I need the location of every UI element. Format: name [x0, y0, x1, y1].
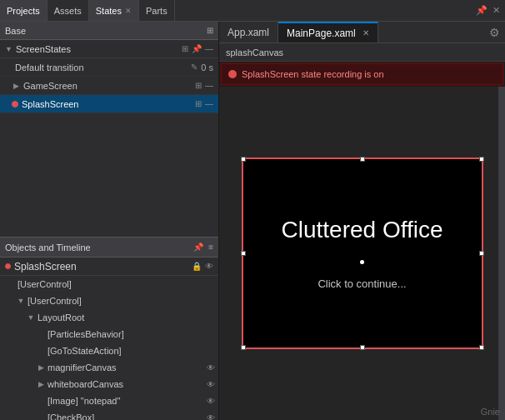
- handle-tm[interactable]: [360, 157, 365, 162]
- canvas-dot: [360, 260, 364, 264]
- tree-item[interactable]: [CheckBox] 👁: [0, 409, 218, 420]
- breadcrumb-bar: splashCanvas: [219, 43, 505, 62]
- notification-dot: [228, 70, 237, 78]
- gamescreen-right: ⊞ —: [195, 81, 213, 90]
- handle-tl[interactable]: [241, 157, 246, 162]
- tab-mainpage-xaml-label: MainPage.xaml: [287, 28, 356, 39]
- expand-icon: ▼: [27, 313, 35, 322]
- gamescreen-item[interactable]: ▶ GameScreen ⊞ —: [0, 77, 218, 95]
- eye-icon: 👁: [207, 363, 215, 372]
- splashscreen-item[interactable]: SplashScreen ⊞ —: [0, 95, 218, 113]
- tree-label: [UserControl]: [28, 296, 82, 306]
- tree-item-content: [Image] "notepad": [37, 396, 207, 406]
- handle-ml[interactable]: [241, 251, 246, 256]
- tabs-spacer: [378, 22, 489, 42]
- tab-parts[interactable]: Parts: [139, 0, 175, 21]
- tree-item[interactable]: ▶ whiteboardCanvas 👁: [0, 376, 218, 392]
- handle-bl[interactable]: [241, 345, 246, 350]
- objects-state-dot: [5, 263, 11, 269]
- tab-projects[interactable]: Projects: [0, 0, 48, 21]
- gnie-label: Gnie: [481, 407, 500, 417]
- tree-label: [ParticlesBehavior]: [48, 329, 124, 339]
- grid-icon: ⊞: [207, 26, 213, 35]
- splashscreen-right: ⊞ —: [195, 99, 213, 108]
- base-title: Base: [5, 26, 26, 36]
- tab-mainpage-close[interactable]: ✕: [362, 28, 369, 38]
- screen-states-icon2: 📌: [192, 44, 202, 53]
- handle-br[interactable]: [479, 345, 484, 350]
- pin-icon: 📌: [476, 5, 488, 16]
- tree-item-icons: 👁: [207, 380, 215, 389]
- tree-label: LayoutRoot: [38, 312, 84, 322]
- tree-label: magnifierCanvas: [48, 362, 117, 372]
- objects-header-title: Objects and Timeline: [5, 242, 91, 252]
- screen-states-label: ScreenStates: [16, 44, 71, 54]
- splashscreen-icon2: —: [205, 99, 213, 108]
- base-header: Base ⊞: [0, 22, 218, 40]
- handle-bm[interactable]: [360, 345, 365, 350]
- gamescreen-icon2: —: [205, 81, 213, 90]
- right-panel-settings-icon[interactable]: ⚙: [489, 26, 500, 39]
- tree-item-content: ▼ [UserControl]: [17, 296, 215, 306]
- tree-usercontrol-root[interactable]: [UserControl]: [0, 276, 218, 292]
- right-scrollbar[interactable]: [498, 87, 505, 420]
- canvas-frame[interactable]: Cluttered Office Click to continue...: [242, 158, 483, 349]
- right-tabs: App.xaml MainPage.xaml ✕ ⚙: [219, 22, 505, 43]
- tree-item[interactable]: ▼ LayoutRoot: [0, 309, 218, 326]
- tab-mainpage-xaml[interactable]: MainPage.xaml ✕: [278, 22, 378, 42]
- gamescreen-label: GameScreen: [23, 81, 78, 91]
- tree-item[interactable]: [Image] "notepad" 👁: [0, 392, 218, 409]
- tab-states[interactable]: States ✕: [89, 0, 139, 21]
- objects-tree: ▼ [UserControl] ▼ LayoutRoot [Particl: [0, 292, 218, 420]
- transition-value: ✎ 0 s: [191, 62, 213, 72]
- tree-item-content: ▼ LayoutRoot: [27, 312, 215, 322]
- handle-tr[interactable]: [479, 157, 484, 162]
- tree-usercontrol-root-content: [UserControl]: [7, 279, 218, 289]
- base-header-icons: ⊞: [207, 26, 213, 35]
- edit-icon[interactable]: ✎: [191, 62, 198, 72]
- tree-label: [Image] "notepad": [48, 396, 120, 406]
- handle-mr[interactable]: [479, 251, 484, 256]
- eye-icon: 👁: [207, 413, 215, 421]
- tree-item-content: [GoToStateAction]: [37, 346, 215, 356]
- expand-icon: ▶: [37, 363, 45, 372]
- tree-item-content: ▶ whiteboardCanvas: [37, 379, 207, 389]
- screen-states-icon3: —: [205, 44, 213, 53]
- splashscreen-label: SplashScreen: [22, 99, 79, 109]
- tab-projects-label: Projects: [7, 6, 40, 16]
- screen-states-expand[interactable]: ▼: [5, 45, 12, 53]
- objects-icon-lock: 🔒: [192, 262, 202, 271]
- tree-item[interactable]: ▼ [UserControl]: [0, 292, 218, 309]
- states-section: Base ⊞ ▼ ScreenStates ⊞ 📌 — Defau: [0, 22, 218, 237]
- tree-label: [CheckBox]: [48, 412, 94, 420]
- splashscreen-icon1: ⊞: [195, 99, 202, 108]
- main-layout: Base ⊞ ▼ ScreenStates ⊞ 📌 — Defau: [0, 22, 505, 420]
- tab-assets[interactable]: Assets: [48, 0, 89, 21]
- tree-item-icons: 👁: [207, 397, 215, 406]
- left-panel: Base ⊞ ▼ ScreenStates ⊞ 📌 — Defau: [0, 22, 219, 420]
- objects-icon2: ≡: [208, 242, 213, 252]
- tree-usercontrol-root-label: [UserControl]: [18, 279, 72, 289]
- gamescreen-left: ▶ GameScreen: [12, 81, 78, 91]
- tree-item-content: ▶ magnifierCanvas: [37, 362, 207, 372]
- tree-item[interactable]: ▶ magnifierCanvas 👁: [0, 359, 218, 376]
- tree-item-content: [ParticlesBehavior]: [37, 329, 215, 339]
- tab-parts-label: Parts: [146, 6, 168, 16]
- close-left-icon[interactable]: ✕: [492, 5, 500, 16]
- tree-item-content: [CheckBox]: [37, 412, 207, 420]
- tree-item[interactable]: [GoToStateAction]: [0, 342, 218, 359]
- notification-bar: SplashScreen state recording is on: [221, 63, 503, 85]
- splashscreen-dot: [12, 101, 18, 108]
- tab-states-close[interactable]: ✕: [125, 7, 132, 15]
- default-transition-label: Default transition: [15, 62, 84, 72]
- objects-panel: Objects and Timeline 📌 ≡ SplashScreen 🔒 …: [0, 237, 218, 420]
- tab-app-xaml[interactable]: App.xaml: [219, 22, 278, 42]
- tree-item-icons: 👁: [207, 363, 215, 372]
- tree-item[interactable]: [ParticlesBehavior]: [0, 326, 218, 342]
- eye-icon: 👁: [207, 380, 215, 389]
- canvas-title: Cluttered Office: [281, 217, 442, 243]
- expand-icon: ▼: [17, 297, 25, 305]
- tree-item-icons: 👁: [207, 413, 215, 421]
- breadcrumb: splashCanvas: [226, 48, 283, 58]
- expand-icon: ▶: [37, 380, 45, 388]
